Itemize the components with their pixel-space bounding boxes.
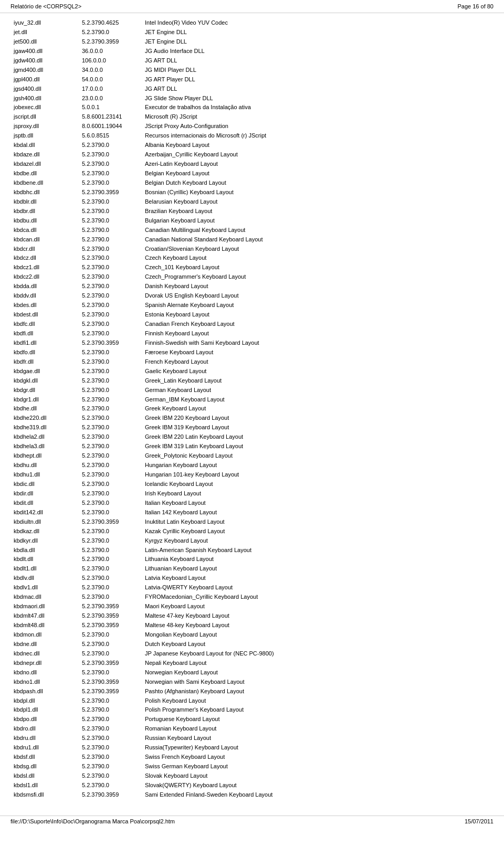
cell-version: 8.0.6001.19044	[79, 122, 142, 131]
table-row: kbdmac.dll5.2.3790.0FYROMacedonian_Cyril…	[10, 592, 494, 602]
cell-filename: kbdhela3.dll	[10, 442, 79, 451]
table-row: jgsh400.dll23.0.0.0JG Slide Show Player …	[10, 94, 494, 103]
table-row: kbdsg.dll5.2.3790.0Swiss German Keyboard…	[10, 762, 494, 771]
table-row: kbdfo.dll5.2.3790.0Færoese Keyboard Layo…	[10, 348, 494, 357]
cell-version: 5.2.3790.0	[79, 395, 142, 405]
cell-version: 5.2.3790.0	[79, 592, 142, 602]
cell-filename: kbdcr.dll	[10, 245, 79, 254]
cell-filename: jgsd400.dll	[10, 84, 79, 94]
table-row: kbdmlt47.dll5.2.3790.3959Maltese 47-key …	[10, 611, 494, 621]
cell-version: 5.2.3790.3959	[79, 678, 142, 687]
table-row: jgaw400.dll36.0.0.0JG Audio Interface DL…	[10, 47, 494, 56]
table-row: jgpl400.dll54.0.0.0JG ART Player DLL	[10, 75, 494, 84]
cell-filename: kbdbr.dll	[10, 207, 79, 216]
cell-description: Azeri-Latin Keyboard Layout	[142, 160, 494, 169]
table-row: kbdfc.dll5.2.3790.0Canadian French Keybo…	[10, 320, 494, 329]
table-row: kbdcz2.dll5.2.3790.0Czech_Programmer's K…	[10, 272, 494, 282]
cell-filename: kbdiultn.dll	[10, 517, 79, 527]
table-row: jet500.dll5.2.3790.3959JET Engine DLL	[10, 37, 494, 47]
table-row: kbdbe.dll5.2.3790.0Belgian Keyboard Layo…	[10, 169, 494, 178]
cell-filename: kbdsmsfi.dll	[10, 790, 79, 800]
table-row: kbdpl.dll5.2.3790.0Polish Keyboard Layou…	[10, 696, 494, 706]
cell-version: 5.2.3790.3959	[79, 517, 142, 527]
cell-description: Lithuania Keyboard Layout	[142, 555, 494, 564]
cell-version: 5.2.3790.0	[79, 734, 142, 743]
cell-version: 5.2.3790.0	[79, 470, 142, 480]
cell-description: Estonia Keyboard Layout	[142, 310, 494, 320]
cell-description: Norwegian Keyboard Layout	[142, 668, 494, 678]
cell-filename: kbdblr.dll	[10, 197, 79, 207]
cell-description: Slovak Keyboard Layout	[142, 771, 494, 781]
page-footer: file://D:\Suporte\Info\Doc\Organograma M…	[0, 816, 504, 827]
cell-filename: kbdsl.dll	[10, 771, 79, 781]
cell-filename: kbdkaz.dll	[10, 527, 79, 536]
cell-description: Finnish-Swedish with Sami Keyboard Layou…	[142, 338, 494, 348]
cell-description: Greek IBM 319 Latin Keyboard Layout	[142, 442, 494, 451]
cell-version: 5.2.3790.0	[79, 555, 142, 564]
cell-description: Brazilian Keyboard Layout	[142, 207, 494, 216]
cell-filename: kbdno.dll	[10, 668, 79, 678]
cell-version: 5.2.3790.0	[79, 141, 142, 150]
cell-version: 5.2.3790.3959	[79, 37, 142, 47]
cell-version: 5.2.3790.0	[79, 630, 142, 640]
table-row: kbdit142.dll5.2.3790.0Italian 142 Keyboa…	[10, 508, 494, 517]
table-row: kbdsf.dll5.2.3790.0Swiss French Keyboard…	[10, 753, 494, 762]
table-row: jgsd400.dll17.0.0.0JG ART DLL	[10, 84, 494, 94]
cell-description: Czech_101 Keyboard Layout	[142, 263, 494, 272]
table-row: kbdca.dll5.2.3790.0Canadian Multilingual…	[10, 226, 494, 235]
table-row: kbdpo.dll5.2.3790.0Portuguese Keyboard L…	[10, 715, 494, 724]
cell-description: Latin-American Spanish Keyboard Layout	[142, 546, 494, 555]
cell-filename: kbdbu.dll	[10, 216, 79, 226]
cell-filename: kbdnepr.dll	[10, 659, 79, 668]
cell-filename: kbdcz1.dll	[10, 263, 79, 272]
table-row: kbdbene.dll5.2.3790.0Belgian Dutch Keybo…	[10, 178, 494, 188]
table-row: kbdblr.dll5.2.3790.0Belarusian Keyboard …	[10, 197, 494, 207]
cell-filename: kbdhu1.dll	[10, 470, 79, 480]
cell-description: Kazak Cyrillic Keyboard Layout	[142, 527, 494, 536]
cell-description: Russian Keyboard Layout	[142, 734, 494, 743]
cell-description: Swiss French Keyboard Layout	[142, 753, 494, 762]
cell-description: JG ART Player DLL	[142, 75, 494, 84]
table-row: kbdru1.dll5.2.3790.0Russia(Typewriter) K…	[10, 743, 494, 753]
table-row: kbdir.dll5.2.3790.0Irish Keyboard Layout	[10, 489, 494, 499]
table-row: jsptb.dll5.6.0.8515Recursos internaciona…	[10, 131, 494, 141]
table-row: kbdru.dll5.2.3790.0Russian Keyboard Layo…	[10, 734, 494, 743]
cell-filename: kbdne.dll	[10, 640, 79, 649]
cell-description: Greek Keyboard Layout	[142, 404, 494, 414]
cell-description: Belgian Dutch Keyboard Layout	[142, 178, 494, 188]
cell-description: Færoese Keyboard Layout	[142, 348, 494, 357]
cell-filename: jgdw400.dll	[10, 56, 79, 66]
table-row: kbdmaori.dll5.2.3790.3959Maori Keyboard …	[10, 602, 494, 611]
cell-filename: jet500.dll	[10, 37, 79, 47]
cell-version: 5.2.3790.0	[79, 263, 142, 272]
cell-filename: kbdru.dll	[10, 734, 79, 743]
cell-version: 5.2.3790.0	[79, 715, 142, 724]
cell-version: 5.0.0.1	[79, 103, 142, 112]
cell-filename: kbdest.dll	[10, 310, 79, 320]
cell-version: 5.2.3790.0	[79, 376, 142, 386]
table-row: iyuv_32.dll5.2.3790.4625Intel Indeo(R) V…	[10, 18, 494, 28]
table-row: kbdlt.dll5.2.3790.0Lithuania Keyboard La…	[10, 555, 494, 564]
table-row: kbdlv.dll5.2.3790.0Latvia Keyboard Layou…	[10, 574, 494, 583]
table-row: kbdaze.dll5.2.3790.0Azerbaijan_Cyrillic …	[10, 150, 494, 160]
cell-version: 5.2.3790.0	[79, 301, 142, 310]
cell-description: Kyrgyz Keyboard Layout	[142, 536, 494, 546]
cell-version: 5.2.3790.0	[79, 160, 142, 169]
table-row: kbdiultn.dll5.2.3790.3959Inuktitut Latin…	[10, 517, 494, 527]
table-row: kbdpl1.dll5.2.3790.0Polish Programmer's …	[10, 705, 494, 715]
cell-description: Belgian Keyboard Layout	[142, 169, 494, 178]
table-row: kbdic.dll5.2.3790.0Icelandic Keyboard La…	[10, 480, 494, 489]
table-row: kbdhela3.dll5.2.3790.0Greek IBM 319 Lati…	[10, 442, 494, 451]
cell-description: Czech_Programmer's Keyboard Layout	[142, 272, 494, 282]
table-row: kbdbu.dll5.2.3790.0Bulgarian Keyboard La…	[10, 216, 494, 226]
table-row: jobexec.dll5.0.0.1Executor de trabalhos …	[10, 103, 494, 112]
cell-version: 5.2.3790.3959	[79, 659, 142, 668]
cell-version: 5.2.3790.0	[79, 640, 142, 649]
cell-filename: kbdfi1.dll	[10, 338, 79, 348]
cell-filename: jscript.dll	[10, 112, 79, 122]
cell-description: JG ART DLL	[142, 56, 494, 66]
cell-version: 5.2.3790.0	[79, 781, 142, 790]
cell-version: 5.2.3790.0	[79, 291, 142, 301]
cell-description: JET Engine DLL	[142, 28, 494, 37]
cell-description: Czech Keyboard Layout	[142, 253, 494, 263]
